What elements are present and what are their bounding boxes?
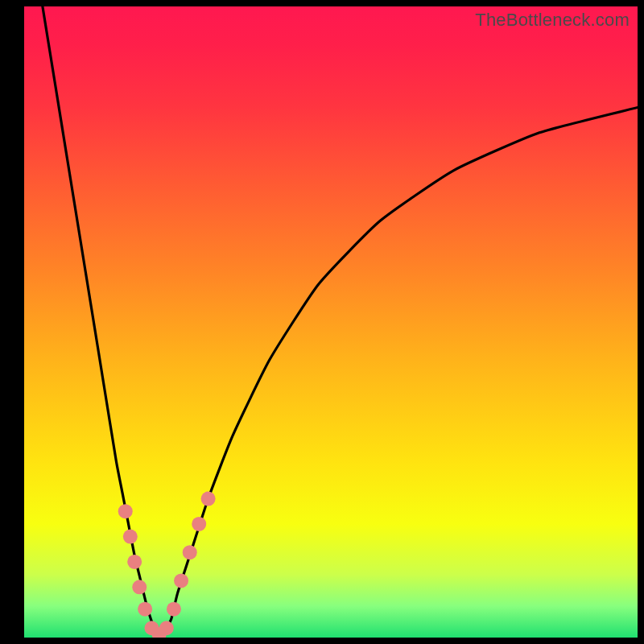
curve-marker: [167, 602, 181, 617]
curve-marker: [132, 580, 147, 594]
curve-markers: [118, 492, 216, 638]
curve-marker: [118, 504, 133, 518]
curve-marker: [138, 602, 152, 617]
curve-marker: [183, 545, 197, 559]
curve-marker: [201, 492, 216, 506]
curve-layer: [24, 6, 638, 638]
chart-frame: TheBottleneck.com: [0, 0, 644, 644]
curve-marker: [174, 573, 188, 588]
curve-marker: [123, 530, 138, 544]
curve-marker: [127, 555, 142, 569]
curve-marker: [159, 621, 174, 635]
plot-area: TheBottleneck.com: [24, 6, 638, 638]
curve-marker: [192, 517, 206, 531]
